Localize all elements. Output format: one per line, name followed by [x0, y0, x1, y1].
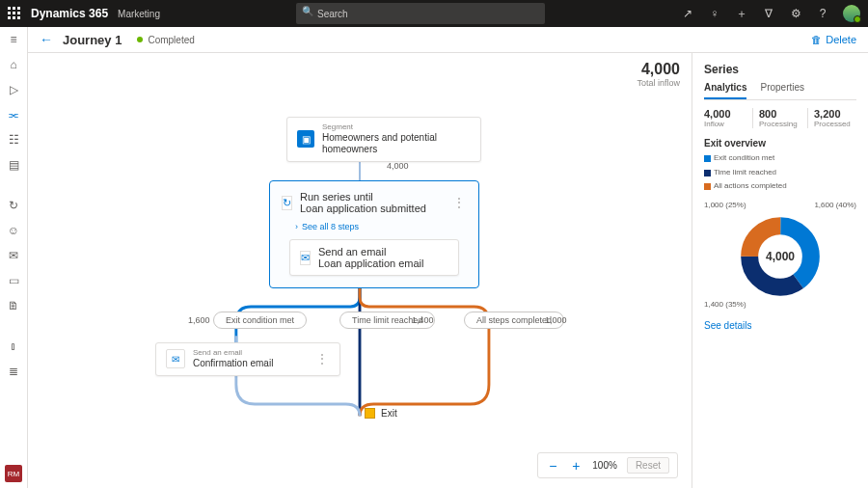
help-icon[interactable]: ? [816, 7, 829, 20]
chevron-right-icon: › [295, 222, 298, 231]
search-icon: 🔍 [302, 6, 313, 16]
series-step-node[interactable]: ✉ Send an email Loan application email [289, 239, 459, 276]
see-all-steps-link[interactable]: › See all 8 steps [278, 216, 471, 239]
branch-mid-count: 1,400 [412, 315, 434, 325]
top-actions: ↗ ♀ ＋ ∇ ⚙ ? [681, 5, 860, 22]
share-icon[interactable]: ↗ [681, 7, 694, 20]
series-more-icon[interactable]: ⋮ [451, 196, 467, 209]
segment-icon[interactable]: ☷ [7, 133, 20, 147]
assets-icon[interactable]: ▤ [7, 158, 20, 172]
zoom-out-button[interactable]: − [546, 458, 559, 474]
callout-bottom-left: 1,400 (35%) [704, 300, 746, 309]
email-step-icon: ✉ [300, 251, 311, 265]
branch-left-count: 1,600 [188, 315, 210, 325]
exit-node: Exit [365, 408, 397, 419]
series-step-name: Loan application email [318, 258, 423, 269]
exit-label: Exit [381, 408, 397, 419]
branch-right-count: 1,000 [545, 315, 567, 325]
series-step-overline: Send an email [318, 246, 423, 258]
legend-swatch-c [704, 183, 711, 190]
segment-node[interactable]: ▣ Segment Homeowners and potential homeo… [286, 117, 481, 162]
properties-pane: Series Analytics Properties 4,000 Inflow… [692, 53, 868, 488]
stat-processed-value: 3,200 [814, 108, 856, 120]
chart-legend: Exit condition met Time limit reached Al… [704, 152, 856, 195]
zoom-in-button[interactable]: + [569, 458, 583, 474]
pane-title: Series [704, 63, 856, 76]
see-details-link[interactable]: See details [704, 320, 751, 331]
home-icon[interactable]: ⌂ [7, 58, 20, 71]
pane-stats: 4,000 Inflow 800 Processing 3,200 Proces… [704, 108, 856, 128]
email-icon[interactable]: ✉ [7, 249, 20, 262]
legend-swatch-a [704, 155, 711, 162]
journeys-icon[interactable]: ⫘ [7, 108, 20, 122]
branch-left-pill[interactable]: Exit condition met [213, 312, 307, 329]
zoom-value: 100% [592, 460, 617, 471]
confirmation-overline: Send an email [193, 349, 273, 358]
series-node[interactable]: ↻ Run series until Loan application subm… [269, 180, 479, 288]
legend-label-c: All actions completed [714, 180, 787, 193]
overview-title: Exit overview [704, 138, 856, 149]
zoom-reset-button[interactable]: Reset [627, 457, 669, 474]
chart-icon[interactable]: ⫾ [7, 339, 20, 353]
segment-icon: ▣ [297, 130, 314, 148]
exit-icon [365, 408, 375, 419]
file-icon[interactable]: 🗎 [7, 299, 20, 312]
avatar[interactable] [843, 5, 860, 22]
status-dot-icon [137, 37, 143, 42]
legend-label-a: Exit condition met [714, 152, 774, 165]
confirmation-node[interactable]: ✉ Send an email Confirmation email ⋮ [155, 342, 340, 376]
segment-name: Homeowners and potential homeowners [322, 132, 471, 155]
global-header: Dynamics 365 Marketing 🔍 ↗ ♀ ＋ ∇ ⚙ ? [0, 0, 868, 27]
contacts-icon[interactable]: ☺ [7, 224, 20, 237]
run-icon[interactable]: ▷ [7, 83, 20, 96]
confirmation-name: Confirmation email [193, 358, 273, 369]
add-icon[interactable]: ＋ [735, 7, 748, 20]
series-name: Loan application submitted [300, 203, 426, 214]
see-all-steps-label: See all 8 steps [302, 222, 359, 231]
confirmation-more-icon[interactable]: ⋮ [314, 352, 330, 366]
history-icon[interactable]: ↻ [7, 199, 20, 212]
trash-icon: 🗑 [811, 34, 822, 45]
stat-processing-label: Processing [759, 120, 801, 128]
callout-top-left: 1,000 (25%) [704, 201, 746, 209]
legend-label-b: Time limit reached [714, 167, 776, 179]
left-nav-rail: ≡ ⌂ ▷ ⫘ ☷ ▤ ↻ ☺ ✉ ▭ 🗎 ⫾ ≣ RM [0, 27, 28, 488]
callout-top-right: 1,600 (40%) [814, 201, 856, 209]
list-icon[interactable]: ≣ [7, 365, 20, 378]
back-button[interactable]: ← [40, 32, 53, 47]
stat-processed-label: Processed [814, 120, 856, 128]
legend-swatch-b [704, 170, 711, 176]
segment-count-label: 4,000 [387, 161, 409, 171]
persona-badge[interactable]: RM [5, 465, 22, 482]
stat-inflow-value: 4,000 [704, 108, 746, 120]
journey-canvas[interactable]: ▣ Segment Homeowners and potential homeo… [28, 53, 692, 488]
page-header: ← Journey 1 Completed 🗑 Delete [28, 27, 868, 53]
stat-inflow: 4,000 Inflow [704, 108, 753, 128]
filter-icon[interactable]: ∇ [762, 7, 775, 20]
journey-canvas-wrap: 4,000 Total inflow [28, 53, 692, 488]
segment-overline: Segment [322, 123, 471, 132]
brand-label: Dynamics 365 [31, 7, 108, 20]
menu-icon[interactable]: ≡ [7, 33, 20, 46]
stat-inflow-label: Inflow [704, 120, 746, 128]
tab-properties[interactable]: Properties [760, 82, 804, 99]
donut-center-value: 4,000 [766, 250, 795, 263]
series-overline: Run series until [300, 191, 426, 203]
search-wrap: 🔍 [296, 3, 545, 24]
tab-analytics[interactable]: Analytics [704, 82, 746, 99]
delete-label: Delete [826, 34, 856, 45]
search-input[interactable] [296, 3, 545, 24]
stat-processing: 800 Processing [753, 108, 808, 128]
lightbulb-icon[interactable]: ♀ [708, 7, 721, 20]
series-icon: ↻ [282, 196, 292, 210]
status-badge: Completed [137, 35, 194, 45]
gear-icon[interactable]: ⚙ [789, 7, 802, 20]
stat-processed: 3,200 Processed [808, 108, 856, 128]
form-icon[interactable]: ▭ [7, 274, 20, 287]
app-launcher-icon[interactable] [8, 7, 21, 20]
status-label: Completed [148, 35, 194, 45]
zoom-toolbar: − + 100% Reset [537, 452, 678, 478]
pane-tabs: Analytics Properties [704, 82, 856, 100]
confirmation-email-icon: ✉ [166, 349, 185, 368]
delete-button[interactable]: 🗑 Delete [811, 34, 856, 45]
